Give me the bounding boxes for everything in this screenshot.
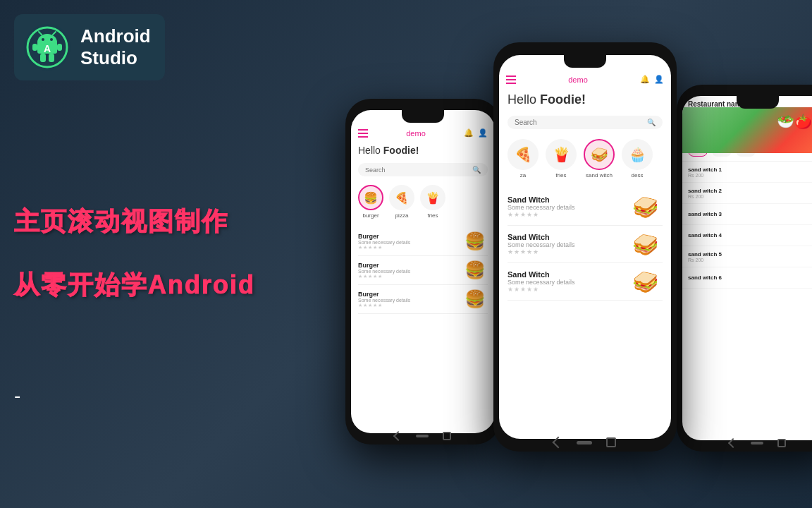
cat-circle-fries-2: 🍟 xyxy=(546,139,577,170)
chinese-title-2: 从零开始学Android xyxy=(14,268,255,303)
app-1-icons: 🔔 👤 xyxy=(464,128,488,138)
cat-circle-sandwich: 🥪 xyxy=(584,139,615,170)
search-bar-2[interactable]: 🔍 xyxy=(508,116,663,129)
cat-circle-pizza: 🍕 xyxy=(389,185,414,210)
sw-list-item-3[interactable]: sand witch 3 🥪 xyxy=(682,204,812,225)
menu-icon-2[interactable] xyxy=(506,75,516,84)
phone-1-notch xyxy=(402,110,444,123)
app-1-header: demo 🔔 👤 xyxy=(351,123,495,140)
sw-list-item-4[interactable]: sand witch 4 🥪 xyxy=(682,225,812,246)
phone-1: demo 🔔 👤 Hello Foodie! 🔍 🍔 burger 🍕 pizz… xyxy=(345,99,500,445)
svg-rect-11 xyxy=(57,44,62,51)
categories-1: 🍔 burger 🍕 pizza 🍟 fries xyxy=(351,179,495,224)
svg-point-4 xyxy=(42,38,44,41)
food-info-3: Burger Some necessary details ★★★★★ xyxy=(358,291,410,308)
sw-list-item-1[interactable]: sand witch 1 Rs 200 🥪 xyxy=(682,162,812,183)
android-studio-icon: A xyxy=(23,23,72,72)
food-list-2: Sand Witch Some necessary details ★★★★★ … xyxy=(499,186,671,303)
cat-label-dess: dess xyxy=(632,172,644,179)
menu-icon-1[interactable] xyxy=(358,129,368,138)
cat-fries-2[interactable]: 🍟 fries xyxy=(546,139,577,179)
cat-label-za: za xyxy=(520,172,526,179)
nav-back-3 xyxy=(728,438,738,448)
cat-sandwich[interactable]: 🥪 sand witch xyxy=(584,139,615,179)
phone-3: Restaurant name ★★★★★ 4.6 (260 reviews) … xyxy=(677,85,812,452)
cat-label-burger: burger xyxy=(362,212,379,219)
sw-list: sand witch 1 Rs 200 🥪 sand witch 2 Rs 20… xyxy=(682,162,812,289)
nav-home-2 xyxy=(577,441,592,445)
svg-rect-8 xyxy=(40,54,46,62)
cat-circle-dess: 🧁 xyxy=(622,139,653,170)
stars-1: ★★★★★ xyxy=(358,245,410,250)
chinese-title-1: 主页滚动视图制作 xyxy=(14,205,228,239)
sw-food-item-3[interactable]: Sand Witch Some necessary details ★★★★★ … xyxy=(508,263,663,301)
phone-3-screen: Restaurant name ★★★★★ 4.6 (260 reviews) … xyxy=(682,96,812,440)
nav-back-2 xyxy=(553,437,565,449)
cat-za[interactable]: 🍕 za xyxy=(508,139,539,179)
search-input-1[interactable] xyxy=(365,167,469,174)
app-1-title: demo xyxy=(406,129,426,138)
food-item-3[interactable]: Burger Some necessary details ★★★★★ 🍔 xyxy=(358,285,488,314)
food-img-1: 🍔 xyxy=(462,231,488,251)
sw-list-info-6: sand witch 6 xyxy=(688,274,722,281)
stars-3: ★★★★★ xyxy=(358,303,410,308)
cat-label-pizza: pizza xyxy=(395,212,409,219)
bell-icon-1[interactable]: 🔔 xyxy=(464,128,474,138)
categories-2: 🍕 za 🍟 fries 🥪 sand witch 🧁 dess xyxy=(499,132,671,186)
sw-list-info-3: sand witch 3 xyxy=(688,211,722,217)
phone-1-nav xyxy=(345,432,500,440)
cat-label-fries-2: fries xyxy=(555,172,566,179)
sw-food-info-1: Sand Witch Some necessary details ★★★★★ xyxy=(508,195,575,218)
nav-home-1 xyxy=(416,435,429,437)
sw-list-item-2[interactable]: sand witch 2 Rs 200 🥪 xyxy=(682,183,812,204)
sw-food-info-2: Sand Witch Some necessary details ★★★★★ xyxy=(508,233,575,255)
app-2-header: demo 🔔 👤 xyxy=(499,69,671,87)
cat-burger[interactable]: 🍔 burger xyxy=(358,185,383,219)
phone-3-nav xyxy=(677,439,812,447)
svg-point-5 xyxy=(50,38,53,41)
sw-list-info-2: sand witch 2 Rs 200 xyxy=(688,188,722,199)
search-icon-1[interactable]: 🔍 xyxy=(472,166,481,174)
food-item-1[interactable]: Burger Some necessary details ★★★★★ 🍔 xyxy=(358,227,488,256)
cat-fries[interactable]: 🍟 fries xyxy=(420,185,445,219)
stars-2: ★★★★★ xyxy=(358,274,410,279)
food-info-2: Burger Some necessary details ★★★★★ xyxy=(358,262,410,279)
phone-2: demo 🔔 👤 Hello Foodie! 🔍 🍕 za 🍟 fries xyxy=(493,42,677,452)
nav-recent-1 xyxy=(443,432,451,440)
app-2-title: demo xyxy=(568,75,588,84)
sw-list-item-5[interactable]: sand witch 5 Rs 200 🥪 xyxy=(682,246,812,267)
search-bar-1[interactable]: 🔍 xyxy=(358,163,488,176)
phone-2-nav xyxy=(493,437,677,447)
food-img-2: 🍔 xyxy=(462,260,488,280)
phone-2-notch xyxy=(564,55,606,68)
greeting-2: Hello Foodie! xyxy=(499,87,671,113)
cat-pizza[interactable]: 🍕 pizza xyxy=(389,185,414,219)
phone-3-notch xyxy=(737,96,779,109)
nav-recent-3 xyxy=(777,439,786,447)
nav-home-3 xyxy=(751,442,763,445)
svg-rect-10 xyxy=(32,44,37,51)
cat-circle-za: 🍕 xyxy=(508,139,539,170)
search-icon-2[interactable]: 🔍 xyxy=(647,119,656,126)
sw-list-item-6[interactable]: sand witch 6 🥪 xyxy=(682,267,812,289)
bell-icon-2[interactable]: 🔔 xyxy=(640,75,650,84)
search-input-2[interactable] xyxy=(515,119,644,126)
sw-list-info-4: sand witch 4 xyxy=(688,232,722,238)
sw-stars-3: ★★★★★ xyxy=(508,286,575,293)
food-img-3: 🍔 xyxy=(462,289,488,309)
sw-food-item-2[interactable]: Sand Witch Some necessary details ★★★★★ … xyxy=(508,226,663,263)
sw-food-item-1[interactable]: Sand Witch Some necessary details ★★★★★ … xyxy=(508,188,663,226)
phone-1-screen: demo 🔔 👤 Hello Foodie! 🔍 🍔 burger 🍕 pizz… xyxy=(351,110,495,433)
sw-food-img-2: 🥪 xyxy=(627,230,663,258)
brand-name: Android Studio xyxy=(80,25,151,69)
greeting-1: Hello Foodie! xyxy=(351,140,495,160)
cat-label-fries: fries xyxy=(427,212,438,219)
cat-dess[interactable]: 🧁 dess xyxy=(622,139,653,179)
phone-2-screen: demo 🔔 👤 Hello Foodie! 🔍 🍕 za 🍟 fries xyxy=(499,55,671,439)
food-item-2[interactable]: Burger Some necessary details ★★★★★ 🍔 xyxy=(358,256,488,285)
user-icon-2[interactable]: 👤 xyxy=(654,75,664,84)
svg-text:A: A xyxy=(44,43,51,54)
user-icon-1[interactable]: 👤 xyxy=(478,128,488,138)
dash: - xyxy=(14,385,20,407)
sw-food-img-1: 🥪 xyxy=(627,193,663,221)
